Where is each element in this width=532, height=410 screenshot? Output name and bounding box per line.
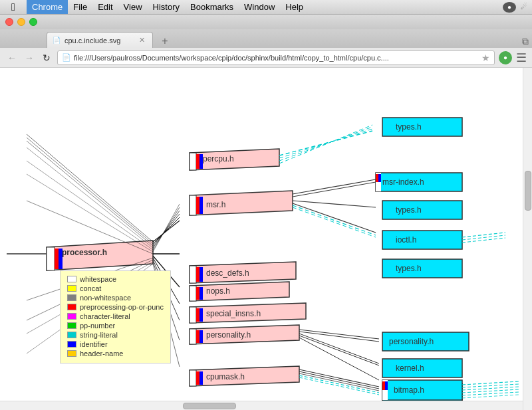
svg-rect-55 [190, 266, 196, 283]
legend-label-identifier: identifier [80, 340, 108, 348]
svg-text:desc_defs.h: desc_defs.h [206, 268, 249, 278]
legend-item-header-name: header-name [67, 350, 164, 358]
horizontal-scrollbar[interactable] [0, 401, 523, 410]
addressbar: ← → ↻ 📄 file:///Users/paulross/Documents… [0, 48, 532, 68]
types-h-mid-node: types.h [382, 201, 462, 219]
svg-marker-60 [190, 282, 289, 301]
legend-color-character-literal [67, 313, 76, 320]
svg-rect-31 [196, 197, 200, 214]
svg-text:kernel.h: kernel.h [396, 363, 424, 373]
menubar-bookmarks[interactable]: Bookmarks [185, 0, 239, 14]
legend-item-non-whitespace: non-whitespace [67, 294, 164, 302]
active-tab[interactable]: 📄 cpu.c.include.svg ✕ [47, 32, 153, 48]
menubar-history[interactable]: History [148, 0, 185, 14]
apple-menu[interactable]:  [0, 1, 27, 13]
legend-item-pp-number: pp-number [67, 322, 164, 330]
svg-rect-44 [378, 174, 381, 182]
content-area: processor.h percpu.h [0, 68, 532, 410]
legend-label-preprocessing: preprocessing-op-or-punc [80, 303, 164, 311]
new-tab-button[interactable]: + [156, 35, 174, 48]
svg-rect-20 [196, 154, 200, 169]
minimize-button[interactable] [17, 18, 25, 26]
percpu-h-node: percpu.h [190, 149, 279, 170]
menubar-chrome[interactable]: Chrome [27, 0, 68, 14]
legend-item-character-literal: character-literal [67, 312, 164, 320]
legend-label-whitespace: whitespace [80, 275, 116, 283]
restore-button[interactable]: ⧉ [519, 35, 532, 48]
svg-rect-99 [385, 381, 388, 390]
svg-rect-56 [196, 267, 200, 282]
legend-color-non-whitespace [67, 294, 76, 301]
svg-rect-27 [382, 118, 462, 136]
cpumask-h-node: cpumask.h [190, 366, 299, 386]
svg-rect-63 [200, 287, 203, 300]
horizontal-scrollbar-thumb[interactable] [183, 403, 236, 409]
menubar-edit[interactable]: Edit [92, 0, 118, 14]
tab-close-button[interactable]: ✕ [136, 35, 147, 46]
svg-text:personality.h: personality.h [389, 337, 434, 346]
svg-rect-89 [200, 371, 203, 385]
menubar-view[interactable]: View [118, 0, 148, 14]
legend-color-whitespace [67, 276, 76, 282]
svg-text:personality.h: personality.h [206, 330, 251, 340]
menubar-file[interactable]: File [68, 0, 92, 14]
legend-color-header-name [67, 350, 76, 357]
refresh-button[interactable]: ↻ [40, 51, 53, 64]
file-icon: 📄 [62, 53, 71, 62]
window-controls [5, 18, 37, 26]
address-field[interactable]: 📄 file:///Users/paulross/Documents/works… [57, 51, 495, 65]
user-avatar: ● [503, 2, 516, 13]
forward-button[interactable]: → [23, 51, 36, 64]
legend-item-preprocessing: preprocessing-op-or-punc [67, 303, 164, 311]
tab-title: cpu.c.include.svg [65, 37, 132, 45]
svg-text:percpu.h: percpu.h [203, 154, 234, 163]
vertical-scrollbar[interactable] [523, 68, 532, 410]
ioctl-h-node: ioctl.h [382, 231, 462, 249]
menubar-help[interactable]: Help [280, 0, 309, 14]
svg-rect-47 [382, 231, 462, 249]
tabbar: 📄 cpu.c.include.svg ✕ + ⧉ [0, 29, 532, 48]
svg-rect-73 [200, 330, 203, 343]
legend-box: whitespace concat non-whitespace preproc… [60, 270, 171, 363]
svg-marker-29 [190, 191, 293, 215]
svg-rect-19 [190, 153, 196, 170]
legend-color-string-literal [67, 332, 76, 338]
legend-item-whitespace: whitespace [67, 275, 164, 283]
bitmap-h-node: bitmap.h [382, 380, 462, 400]
svg-rect-87 [190, 370, 196, 386]
msr-h-node: msr.h [190, 191, 293, 215]
menu-button[interactable]: ☰ [516, 51, 527, 65]
legend-item-identifier: identifier [67, 340, 164, 348]
svg-text:types.h: types.h [396, 264, 422, 273]
bookmark-star[interactable]: ★ [481, 52, 490, 63]
chrome-window: 📄 cpu.c.include.svg ✕ + ⧉ ← → ↻ 📄 file:/… [0, 15, 532, 410]
svg-rect-45 [382, 201, 462, 219]
svg-rect-30 [190, 195, 196, 215]
svg-text:nops.h: nops.h [206, 286, 230, 296]
wifi-icon: ☄ [519, 2, 529, 13]
vertical-scrollbar-thumb[interactable] [525, 171, 531, 211]
svg-rect-98 [382, 381, 385, 390]
legend-label-header-name: header-name [80, 350, 123, 358]
msr-index-h-node: msr-index.h [376, 173, 462, 191]
svg-text:bitmap.h: bitmap.h [394, 385, 424, 395]
legend-color-preprocessing [67, 304, 76, 310]
chrome-user-icon[interactable]: ● [499, 51, 512, 64]
svg-text:special_insns.h: special_insns.h [206, 309, 261, 318]
back-button[interactable]: ← [5, 51, 19, 64]
menubar-window[interactable]: Window [239, 0, 280, 14]
maximize-button[interactable] [29, 18, 37, 26]
legend-color-concat [67, 285, 76, 292]
legend-label-pp-number: pp-number [80, 322, 115, 330]
svg-rect-57 [200, 267, 203, 282]
legend-label-non-whitespace: non-whitespace [80, 294, 131, 302]
legend-item-concat: concat [67, 284, 164, 292]
svg-rect-67 [196, 308, 200, 322]
close-button[interactable] [5, 18, 13, 26]
desc-defs-h-node: desc_defs.h [190, 262, 296, 283]
address-text: file:///Users/paulross/Documents/workspa… [74, 54, 479, 62]
legend-label-character-literal: character-literal [80, 312, 130, 320]
legend-item-string-literal: string-literal [67, 331, 164, 339]
svg-rect-88 [196, 371, 200, 385]
svg-rect-62 [196, 287, 200, 300]
